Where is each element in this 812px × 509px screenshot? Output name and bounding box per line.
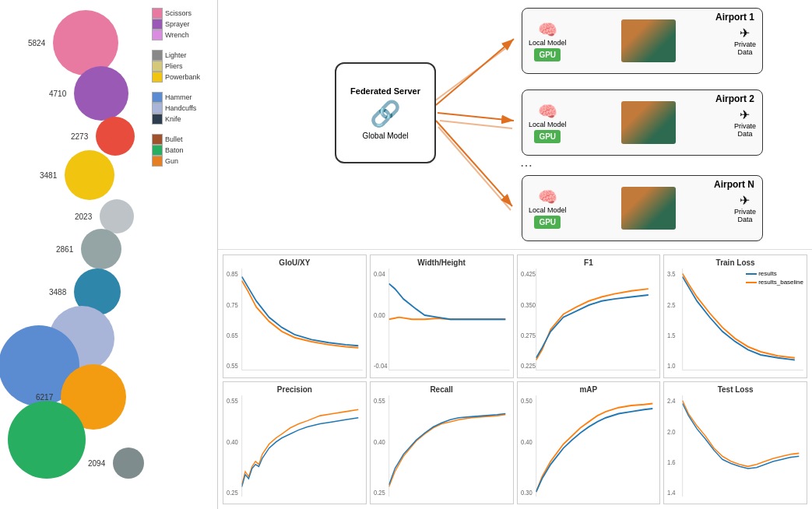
svg-line-5 (440, 121, 512, 128)
legend-swatch-pliers (152, 61, 163, 72)
chart-map-svg: 0.50 0.40 0.30 (521, 395, 657, 497)
bubble-label-b7: 3488 (49, 288, 66, 297)
legend-swatch-baton (152, 145, 163, 156)
svg-text:0.30: 0.30 (521, 488, 533, 497)
chart-map-title: mAP (521, 385, 657, 394)
airport-1-box: Airport 1 🧠 Local Model GPU ✈ Private Da… (522, 8, 763, 74)
bubble-b11 (8, 401, 86, 479)
chart-wh-svg: 0.04 0.00 -0.04 (374, 269, 510, 370)
bubble-b12 (113, 448, 144, 479)
legend-swatch-sprayer (152, 19, 163, 30)
svg-text:0.85: 0.85 (227, 270, 238, 279)
bubble-label-b12: 2094 (88, 459, 105, 468)
svg-line-6 (436, 121, 512, 206)
legend-swatch-hammer (152, 92, 163, 103)
legend-name-sprayer: Sprayer (165, 20, 190, 28)
chart-wh: Width/Height 0.04 0.00 -0.04 (370, 254, 514, 378)
charts-grid: GIoU/XY 0.85 0.75 0.65 0.55 Width/Height… (218, 249, 812, 509)
private-data-1: ✈ Private Data (734, 26, 756, 56)
svg-text:0.40: 0.40 (227, 437, 238, 445)
local-model-icon-2: 🧠 (538, 102, 557, 121)
local-model-label-1: Local Model (529, 39, 567, 47)
bubble-label-b6: 2861 (56, 245, 73, 254)
svg-line-3 (434, 45, 510, 101)
chart-precision-title: Precision (227, 385, 363, 394)
left-panel: 5824471022733481202328613488622077856217… (0, 0, 218, 509)
airport-2-title: Airport 2 (715, 93, 754, 104)
chart-testloss: Test Loss 2.4 2.0 1.6 1.4 (663, 381, 807, 505)
bubble-chart: 5824471022733481202328613488622077856217… (0, 0, 152, 509)
chart-legend: results results_baseline (746, 269, 803, 286)
svg-text:0.40: 0.40 (374, 437, 385, 445)
svg-text:0.40: 0.40 (521, 437, 533, 445)
legend-row-scissors: Scissors (152, 8, 218, 19)
airport-data-n (571, 187, 726, 230)
bubble-label-b5: 2023 (75, 212, 92, 221)
gpu-label-1: GPU (534, 48, 561, 61)
local-model-label-2: Local Model (529, 121, 567, 128)
airport-2-box: Airport 2 🧠 Local Model GPU ✈ Private Da… (522, 90, 763, 156)
svg-text:0.50: 0.50 (521, 396, 533, 405)
bubble-b6 (81, 229, 121, 269)
svg-text:1.5: 1.5 (667, 331, 676, 339)
chart-precision: Precision 0.55 0.40 0.25 (223, 381, 367, 505)
chart-map: mAP 0.50 0.40 0.30 (517, 381, 661, 505)
legend-group-lg3: HammerHandcuffsKnife (152, 92, 218, 125)
svg-text:0.00: 0.00 (374, 311, 385, 319)
legend-row-powerbank: Powerbank (152, 72, 218, 82)
chart-precision-svg: 0.55 0.40 0.25 (227, 395, 363, 497)
legend-row-handcuffs: Handcuffs (152, 103, 218, 114)
legend-row-knife: Knife (152, 114, 218, 125)
chart-trainloss: Train Loss results results_baseline 3.5 … (663, 254, 807, 378)
plane-icon-n: ✈ (740, 193, 750, 208)
svg-text:2.5: 2.5 (667, 300, 676, 309)
chart-giou-title: GIoU/XY (227, 258, 363, 267)
private-data-2: ✈ Private Data (734, 107, 756, 138)
chart-giou: GIoU/XY 0.85 0.75 0.65 0.55 (223, 254, 367, 378)
federated-diagram: ⋯ Federated Server 🔗 Global Model Airpor… (218, 0, 812, 249)
airport-1-title: Airport 1 (715, 12, 754, 23)
svg-line-2 (436, 39, 514, 105)
legend-name-lighter: Lighter (165, 51, 187, 59)
legend-group-lg1: ScissorsSprayerWrench (152, 8, 218, 40)
airport-image-1 (621, 19, 676, 62)
local-model-1: 🧠 Local Model GPU (529, 20, 567, 61)
legend-row-gun: Gun (152, 156, 218, 167)
svg-text:0.425: 0.425 (521, 270, 536, 279)
bubble-b4 (65, 150, 114, 200)
legend-row-bullet: Bullet (152, 134, 218, 145)
svg-text:2.0: 2.0 (667, 427, 676, 435)
svg-text:0.55: 0.55 (374, 396, 385, 405)
svg-text:0.25: 0.25 (227, 488, 238, 497)
svg-line-7 (438, 127, 511, 210)
plane-icon-2: ✈ (740, 107, 750, 122)
legend-color-2 (746, 282, 757, 283)
legend-name-bullet: Bullet (165, 135, 183, 143)
bubble-b3 (96, 117, 135, 156)
svg-text:1.6: 1.6 (667, 458, 676, 466)
svg-text:0.275: 0.275 (521, 331, 536, 339)
private-label-1b: Data (737, 48, 752, 56)
svg-text:1.4: 1.4 (667, 488, 676, 497)
legend-swatch-gun (152, 156, 163, 167)
svg-text:0.25: 0.25 (374, 488, 385, 497)
fed-server-label: Global Model (363, 132, 409, 140)
fed-server-icon: 🔗 (370, 99, 401, 128)
chart-trainloss-title: Train Loss (667, 258, 803, 267)
federated-server-box: Federated Server 🔗 Global Model (335, 62, 436, 163)
plane-icon-1: ✈ (740, 26, 750, 40)
svg-text:2.4: 2.4 (667, 396, 676, 405)
legend-name-handcuffs: Handcuffs (165, 104, 196, 112)
bubble-b2 (74, 66, 128, 121)
legend-swatch-handcuffs (152, 103, 163, 114)
chart-recall-title: Recall (374, 385, 510, 394)
legend-row-hammer: Hammer (152, 92, 218, 103)
legend-name-gun: Gun (165, 157, 178, 165)
legend-name-hammer: Hammer (165, 93, 192, 101)
local-model-2: 🧠 Local Model GPU (529, 102, 567, 143)
airport-data-2 (571, 101, 726, 144)
local-model-n: 🧠 Local Model GPU (529, 188, 567, 229)
legend-area: ScissorsSprayerWrenchLighterPliersPowerb… (152, 8, 218, 176)
private-label-nb: Data (737, 216, 752, 223)
bubble-b1 (53, 10, 118, 75)
